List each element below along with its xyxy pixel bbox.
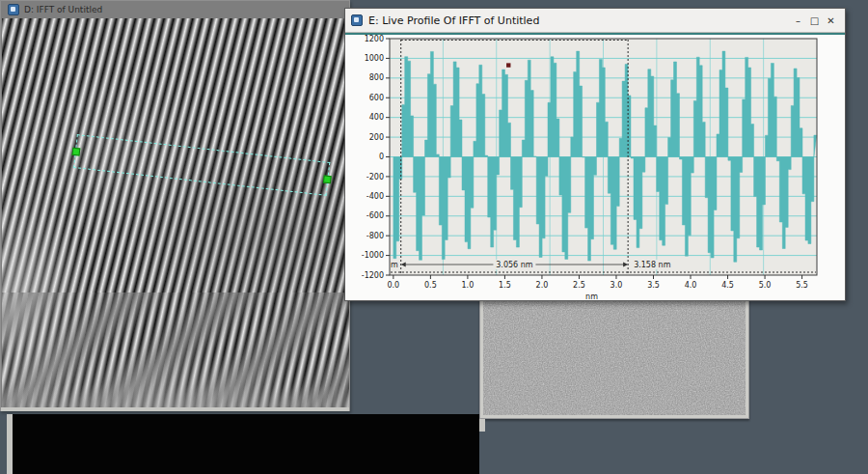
y-tick-label: -400 <box>366 192 384 201</box>
line-profile-roi[interactable] <box>73 134 330 196</box>
x-tick-label: 5.0 <box>759 281 772 290</box>
x-tick-label: 1.5 <box>499 281 511 290</box>
y-tick-label: 0 <box>379 153 384 161</box>
window-noise-image[interactable] <box>479 290 749 419</box>
window-title-ifft: D: IFFT of Untitled <box>24 5 102 14</box>
x-tick-label: 1.0 <box>462 281 475 290</box>
titlebar-ifft[interactable]: D: IFFT of Untitled <box>1 1 349 17</box>
y-tick-label: 1200 <box>365 35 384 43</box>
x-tick-label: 3.0 <box>610 281 623 290</box>
app-icon <box>8 4 19 15</box>
window-ifft[interactable]: D: IFFT of Untitled <box>0 0 350 411</box>
y-tick-label: -800 <box>366 232 384 240</box>
y-tick-label: 200 <box>369 133 384 142</box>
minimize-button[interactable]: – <box>790 13 806 28</box>
window-title-live-profile: E: Live Profile Of IFFT of Untitled <box>368 14 790 27</box>
y-tick-label: -200 <box>366 173 384 181</box>
x-axis-label: nm <box>585 293 598 301</box>
x-tick-label: 0.5 <box>424 281 437 290</box>
fringe-moire-band <box>2 293 349 408</box>
roi-handle-left[interactable] <box>72 147 81 155</box>
app-icon <box>351 14 363 26</box>
data-marker[interactable] <box>506 63 510 67</box>
y-tick-label: 800 <box>369 73 384 82</box>
measure-width-label: 3.056 nm <box>496 261 533 269</box>
noise-image[interactable] <box>483 293 746 415</box>
x-tick-label: 4.0 <box>685 281 697 290</box>
window-frame-edge <box>1 407 349 411</box>
x-tick-label: 0.0 <box>387 281 399 290</box>
x-tick-label: 4.5 <box>721 281 734 290</box>
roi-handle-right[interactable] <box>323 175 332 183</box>
window-live-profile[interactable]: E: Live Profile Of IFFT of Untitled – □ … <box>344 8 846 301</box>
x-tick-label: 2.5 <box>573 281 585 290</box>
close-button[interactable]: ✕ <box>823 13 839 28</box>
live-profile-plot[interactable]: 3.056 nm3.158 nmm120010008006004002000-2… <box>345 35 845 301</box>
y-tick-label: 400 <box>369 113 384 122</box>
window-frame-edge <box>479 419 485 432</box>
y-tick-label: -1200 <box>362 271 384 280</box>
noise-texture <box>483 293 746 415</box>
y-tick-label: -1000 <box>362 251 384 260</box>
cursor-position-label: 3.158 nm <box>634 261 671 269</box>
x-tick-label: 2.0 <box>536 281 549 290</box>
desktop: D: IFFT of Untitled <box>0 0 868 474</box>
window-black-image[interactable] <box>7 414 479 474</box>
clipped-left-label: m <box>391 261 398 269</box>
y-tick-label: 1000 <box>365 54 384 63</box>
titlebar-live-profile[interactable]: E: Live Profile Of IFFT of Untitled – □ … <box>345 9 845 33</box>
x-tick-label: 5.5 <box>796 281 808 290</box>
x-tick-label: 3.5 <box>647 281 660 290</box>
y-tick-label: 600 <box>369 94 384 102</box>
ifft-fringe-image[interactable] <box>2 18 349 408</box>
y-tick-label: -600 <box>366 211 384 220</box>
maximize-button[interactable]: □ <box>806 13 823 28</box>
